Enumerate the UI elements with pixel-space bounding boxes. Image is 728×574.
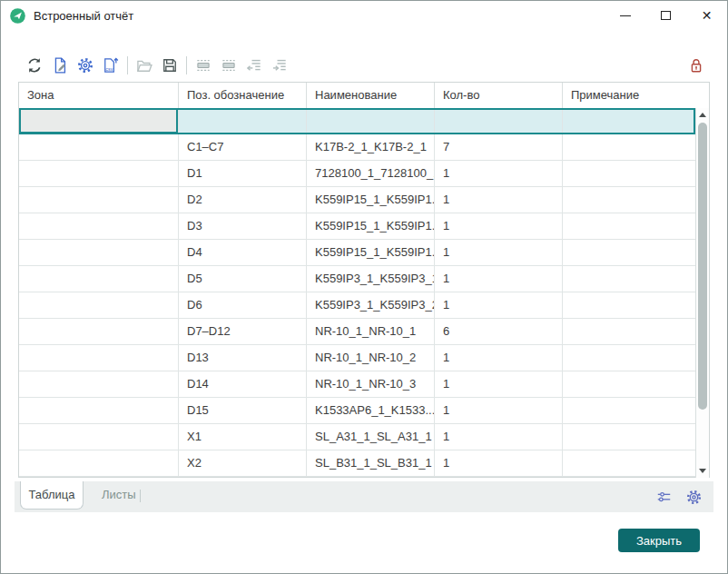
close-dialog-button[interactable]: Закрыть <box>618 529 700 552</box>
tab-sheets[interactable]: Листы <box>94 481 143 510</box>
minimize-button[interactable] <box>605 1 645 30</box>
close-window-button[interactable]: ✕ <box>686 1 727 30</box>
table-cell[interactable] <box>563 371 695 397</box>
table-cell[interactable]: D5 <box>179 266 307 292</box>
table-cell[interactable] <box>563 266 695 292</box>
insert-row-above-button[interactable] <box>193 54 213 76</box>
table-row[interactable]: D14NR-10_1_NR-10_31 <box>19 371 695 398</box>
table-cell[interactable]: K559IP15_1_K559IP1... <box>307 213 435 239</box>
table-cell[interactable] <box>563 108 695 134</box>
vertical-scrollbar[interactable] <box>695 108 709 478</box>
table-cell[interactable] <box>19 319 179 344</box>
table-cell[interactable]: K559IP3_1_K559IP3_1 <box>307 266 435 292</box>
table-cell[interactable]: K559IP15_1_K559IP1... <box>307 187 435 213</box>
table-cell[interactable] <box>563 398 695 423</box>
table-cell[interactable]: C1–C7 <box>179 134 307 160</box>
table-cell[interactable] <box>179 108 307 134</box>
table-cell[interactable]: D4 <box>179 240 307 265</box>
table-row[interactable]: D15K1533AP6_1_K1533...1 <box>19 398 695 424</box>
table-cell[interactable] <box>19 213 179 239</box>
table-cell[interactable] <box>563 187 695 213</box>
table-settings-button[interactable] <box>684 487 704 507</box>
table-cell[interactable] <box>19 134 179 160</box>
table-cell[interactable] <box>19 240 179 265</box>
open-button[interactable] <box>134 54 154 76</box>
table-row[interactable]: D6K559IP3_1_K559IP3_21 <box>19 292 695 319</box>
table-cell[interactable] <box>19 424 179 450</box>
table-row[interactable]: D13NR-10_1_NR-10_21 <box>19 345 695 371</box>
table-cell[interactable] <box>19 108 179 134</box>
table-cell[interactable] <box>435 108 563 134</box>
table-cell[interactable] <box>19 187 179 213</box>
table-cell[interactable]: 1 <box>435 424 563 450</box>
table-cell[interactable]: NR-10_1_NR-10_2 <box>307 345 435 371</box>
table-row[interactable]: D5K559IP3_1_K559IP3_11 <box>19 266 695 292</box>
export-csv-button[interactable]: csv <box>101 54 121 76</box>
table-cell[interactable]: 6 <box>435 319 563 344</box>
lock-button[interactable] <box>685 54 707 76</box>
table-cell[interactable]: D3 <box>179 213 307 239</box>
column-header[interactable]: Кол-во <box>435 83 563 108</box>
table-cell[interactable] <box>19 398 179 423</box>
table-cell[interactable]: 1 <box>435 240 563 265</box>
table-cell[interactable]: K1533AP6_1_K1533... <box>307 398 435 423</box>
table-cell[interactable]: 1 <box>435 266 563 292</box>
shift-left-button[interactable] <box>244 54 264 76</box>
table-cell[interactable]: 7128100_1_7128100_1 <box>307 161 435 186</box>
tab-table[interactable]: Таблица <box>20 481 84 510</box>
refresh-button[interactable] <box>25 54 44 76</box>
table-cell[interactable]: D13 <box>179 345 307 371</box>
table-cell[interactable] <box>19 161 179 186</box>
column-header[interactable]: Наименование <box>307 83 435 108</box>
table-cell[interactable]: 1 <box>435 398 563 423</box>
column-header[interactable]: Зона <box>19 83 179 108</box>
table-cell[interactable]: 1 <box>435 213 563 239</box>
table-cell[interactable]: K559IP3_1_K559IP3_2 <box>307 292 435 318</box>
table-row[interactable]: D17128100_1_7128100_11 <box>19 161 695 187</box>
settings-button[interactable] <box>75 54 95 76</box>
table-cell[interactable]: D2 <box>179 187 307 213</box>
scroll-down-button[interactable] <box>696 464 709 478</box>
table-cell[interactable] <box>307 108 435 134</box>
save-button[interactable] <box>160 54 180 76</box>
maximize-button[interactable] <box>645 1 686 30</box>
scroll-up-button[interactable] <box>696 108 709 122</box>
table-cell[interactable] <box>19 345 179 371</box>
table-cell[interactable] <box>563 424 695 450</box>
table-cell[interactable]: D6 <box>179 292 307 318</box>
table-cell[interactable]: D1 <box>179 161 307 186</box>
table-cell[interactable] <box>563 213 695 239</box>
view-options-button[interactable] <box>654 487 674 507</box>
table-cell[interactable] <box>563 134 695 160</box>
table-cell[interactable]: D15 <box>179 398 307 423</box>
shift-right-button[interactable] <box>270 54 290 76</box>
table-cell[interactable] <box>19 450 179 476</box>
table-cell[interactable]: D7–D12 <box>179 319 307 344</box>
table-row[interactable]: D7–D12NR-10_1_NR-10_16 <box>19 319 695 345</box>
table-cell[interactable]: D14 <box>179 371 307 397</box>
column-header[interactable]: Примечание <box>563 83 695 108</box>
scrollbar-thumb[interactable] <box>698 123 707 410</box>
table-cell[interactable]: NR-10_1_NR-10_1 <box>307 319 435 344</box>
insert-row-below-button[interactable] <box>219 54 239 76</box>
table-row[interactable]: D4K559IP15_1_K559IP1...1 <box>19 240 695 266</box>
table-cell[interactable]: 7 <box>435 134 563 160</box>
table-row[interactable]: X2SL_B31_1_SL_B31_11 <box>19 450 695 477</box>
table-cell[interactable]: X2 <box>179 450 307 476</box>
table-cell[interactable]: K559IP15_1_K559IP1... <box>307 240 435 265</box>
table-row[interactable]: C1–C7K17B-2_1_K17B-2_17 <box>19 134 695 161</box>
table-cell[interactable]: SL_A31_1_SL_A31_1 <box>307 424 435 450</box>
table-row[interactable]: D2K559IP15_1_K559IP1...1 <box>19 187 695 213</box>
edit-document-button[interactable] <box>50 54 70 76</box>
table-cell[interactable]: NR-10_1_NR-10_3 <box>307 371 435 397</box>
table-cell[interactable]: 1 <box>435 292 563 318</box>
table-cell[interactable] <box>563 319 695 344</box>
column-header[interactable]: Поз. обозначение <box>179 83 307 108</box>
table-cell[interactable] <box>563 345 695 371</box>
table-cell[interactable] <box>19 292 179 318</box>
table-cell[interactable] <box>563 450 695 476</box>
table-cell[interactable] <box>563 240 695 265</box>
table-cell[interactable] <box>563 161 695 186</box>
table-cell[interactable]: X1 <box>179 424 307 450</box>
table-cell[interactable] <box>563 292 695 318</box>
